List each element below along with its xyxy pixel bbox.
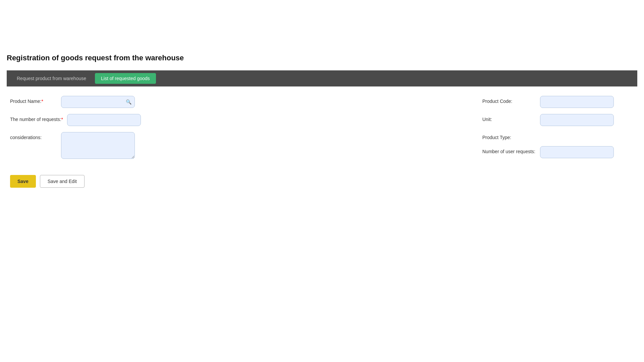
unit-row: Unit: (482, 114, 614, 126)
considerations-label: considerations: (10, 132, 57, 140)
product-code-row: Product Code: (482, 96, 614, 108)
form-left: Product Name:* 🔍 The number of requests:… (10, 96, 151, 165)
number-of-requests-label: The number of requests:* (10, 114, 63, 122)
product-name-row: Product Name:* 🔍 (10, 96, 151, 108)
product-name-label: Product Name:* (10, 96, 57, 104)
number-of-requests-input[interactable] (67, 114, 141, 126)
number-user-requests-label: Number of user requests: (482, 146, 536, 154)
product-name-search-wrapper: 🔍 (61, 96, 135, 108)
product-code-input[interactable] (540, 96, 614, 108)
buttons-row: Save Save and Edit (7, 175, 637, 188)
tab-bar: Request product from warehouse List of r… (7, 70, 637, 86)
tab-list-requested[interactable]: List of requested goods (95, 73, 156, 84)
tab-request-product[interactable]: Request product from warehouse (11, 73, 92, 84)
product-code-label: Product Code: (482, 96, 536, 104)
considerations-input[interactable] (61, 132, 135, 159)
product-type-label: Product Type: (482, 132, 536, 140)
unit-label: Unit: (482, 114, 536, 122)
page-title: Registration of goods request from the w… (7, 54, 637, 62)
form-right: Product Code: Unit: Product Type: Number… (482, 96, 634, 165)
form-section: Product Name:* 🔍 The number of requests:… (7, 96, 637, 165)
number-user-requests-row: Number of user requests: (482, 146, 614, 158)
save-and-edit-button[interactable]: Save and Edit (40, 175, 85, 188)
product-name-input[interactable] (61, 96, 135, 108)
unit-input[interactable] (540, 114, 614, 126)
number-user-requests-input[interactable] (540, 146, 614, 158)
number-of-requests-row: The number of requests:* (10, 114, 151, 126)
save-button[interactable]: Save (10, 175, 36, 188)
considerations-row: considerations: (10, 132, 151, 159)
product-type-row: Product Type: (482, 132, 614, 140)
